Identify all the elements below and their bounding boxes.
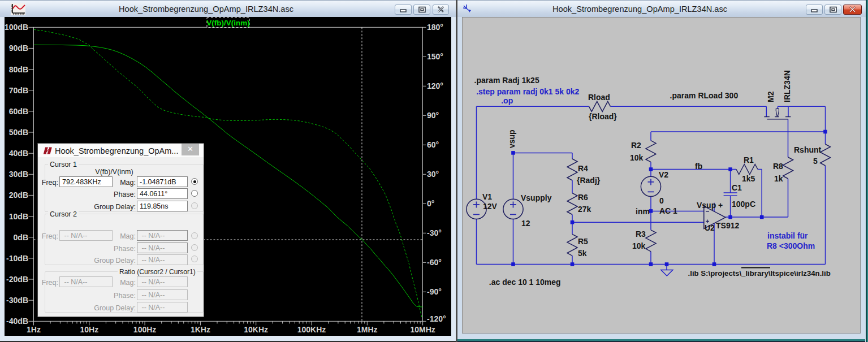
svg-text:R3: R3	[636, 230, 646, 239]
svg-text:60°: 60°	[427, 140, 439, 149]
svg-text:R4: R4	[578, 164, 588, 173]
svg-text:IRLZ34N: IRLZ34N	[783, 70, 792, 102]
svg-text:-30dB: -30dB	[6, 296, 28, 305]
svg-text:120°: 120°	[427, 81, 443, 90]
svg-text:180°: 180°	[427, 23, 443, 32]
svg-text:.step param radj 0k1 5k 0k2: .step param radj 0k1 5k 0k2	[476, 87, 579, 96]
svg-text:-20dB: -20dB	[6, 275, 28, 284]
svg-text:80dB: 80dB	[9, 65, 28, 74]
svg-text:10KHz: 10KHz	[244, 325, 268, 334]
svg-text:R2: R2	[631, 141, 641, 150]
svg-text:-40dB: -40dB	[6, 317, 28, 326]
svg-text:1MHz: 1MHz	[357, 325, 378, 334]
svg-text:.param Radj 1k25: .param Radj 1k25	[474, 76, 539, 85]
svg-text:12V: 12V	[483, 202, 498, 211]
svg-text:50dB: 50dB	[9, 128, 28, 137]
svg-text:27k: 27k	[578, 205, 591, 214]
svg-text:{Rload}: {Rload}	[589, 112, 617, 121]
svg-text:Rshunt: Rshunt	[794, 145, 822, 154]
svg-text:V(fb)/V(inm): V(fb)/V(inm)	[206, 19, 250, 27]
svg-text:instabil für: instabil für	[767, 231, 808, 240]
svg-text:90°: 90°	[427, 111, 439, 120]
svg-text:90dB: 90dB	[9, 44, 28, 53]
svg-text:10k: 10k	[630, 153, 644, 162]
svg-text:-120°: -120°	[427, 314, 446, 323]
svg-text:70dB: 70dB	[9, 86, 28, 95]
svg-text:.lib S:\projects\_library\ltsp: .lib S:\projects\_library\ltspice\irlz34…	[688, 269, 831, 278]
svg-text:{Radj}: {Radj}	[577, 176, 601, 185]
svg-text:100Hz: 100Hz	[133, 325, 156, 334]
svg-text:R6: R6	[578, 193, 588, 202]
svg-text:Vsup +: Vsup +	[697, 201, 723, 210]
svg-text:.param RLoad 300: .param RLoad 300	[670, 91, 739, 100]
svg-text:-10dB: -10dB	[6, 254, 28, 263]
svg-text:30°: 30°	[427, 170, 439, 179]
svg-text:12: 12	[521, 219, 530, 228]
svg-text:100pC: 100pC	[732, 200, 755, 209]
svg-text:10dB: 10dB	[9, 212, 28, 221]
svg-text:1KHz: 1KHz	[191, 325, 210, 334]
svg-text:5k: 5k	[578, 249, 587, 258]
svg-text:R8: R8	[773, 162, 783, 171]
svg-text:0°: 0°	[427, 199, 434, 208]
svg-text:C1: C1	[732, 183, 742, 192]
svg-text:20dB: 20dB	[9, 191, 28, 200]
svg-text:10Hz: 10Hz	[80, 325, 98, 334]
svg-text:60dB: 60dB	[9, 107, 28, 116]
svg-text:Vsupply: Vsupply	[521, 193, 552, 202]
svg-text:100KHz: 100KHz	[297, 325, 326, 334]
svg-text:-30°: -30°	[427, 228, 442, 237]
svg-text:R5: R5	[578, 237, 588, 246]
svg-text:1k: 1k	[774, 174, 783, 183]
svg-text:vsup: vsup	[507, 129, 516, 148]
svg-text:R8 <300Ohm: R8 <300Ohm	[767, 241, 815, 250]
svg-text:M2: M2	[766, 91, 775, 102]
svg-text:V1: V1	[482, 192, 492, 201]
svg-text:AC 1: AC 1	[659, 206, 677, 215]
svg-text:inm: inm	[636, 207, 650, 216]
svg-text:.op: .op	[501, 96, 513, 105]
svg-text:0: 0	[659, 196, 664, 205]
svg-text:1Hz: 1Hz	[27, 325, 41, 334]
svg-text:fb: fb	[695, 162, 702, 171]
svg-text:10k: 10k	[632, 241, 646, 250]
svg-text:10MHz: 10MHz	[410, 325, 435, 334]
svg-text:30dB: 30dB	[9, 170, 28, 179]
svg-text:40dB: 40dB	[9, 149, 28, 158]
svg-text:1k5: 1k5	[742, 174, 755, 183]
svg-text:-60°: -60°	[427, 258, 442, 267]
svg-text:R1: R1	[744, 155, 754, 164]
svg-text:U2: U2	[705, 223, 715, 232]
svg-text:0dB: 0dB	[14, 233, 28, 242]
svg-text:100dB: 100dB	[5, 23, 28, 32]
svg-text:5: 5	[813, 157, 818, 166]
svg-text:V2: V2	[659, 170, 668, 179]
svg-text:150°: 150°	[427, 52, 443, 61]
svg-text:TS912: TS912	[716, 221, 739, 230]
svg-text:Rload: Rload	[588, 93, 610, 102]
svg-text:-90°: -90°	[427, 287, 442, 296]
svg-text:.ac dec 10 1 10meg: .ac dec 10 1 10meg	[489, 278, 561, 287]
